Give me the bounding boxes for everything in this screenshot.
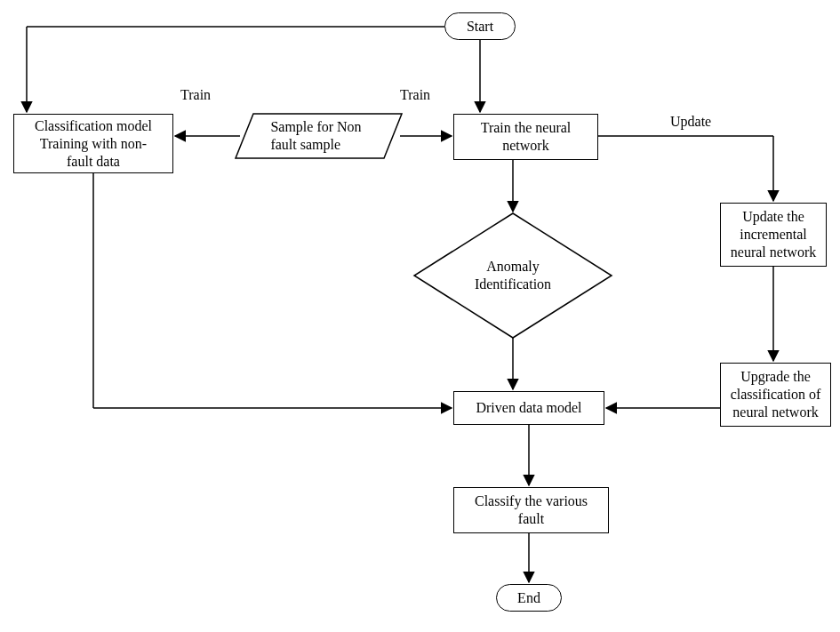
edge-label-train-right: Train <box>400 87 430 103</box>
classify-fault-label: Classify the various fault <box>475 492 588 528</box>
update-incremental-nn-label: Update the incremental neural network <box>731 208 816 261</box>
edge-label-train-left: Train <box>180 87 211 103</box>
driven-data-model-process: Driven data model <box>453 391 604 425</box>
classification-model-label: Classification model Training with non- … <box>35 117 152 171</box>
sample-nonfault-io: Sample for Non fault sample <box>236 114 402 158</box>
end-terminal: End <box>496 584 562 612</box>
start-label: Start <box>467 18 493 36</box>
sample-nonfault-label: Sample for Non fault sample <box>270 118 361 154</box>
anomaly-decision: Anomaly Identification <box>414 213 612 338</box>
edge-label-update: Update <box>670 114 711 130</box>
train-nn-label: Train the neural network <box>481 119 572 155</box>
start-terminal: Start <box>444 12 516 40</box>
anomaly-label: Anomaly Identification <box>475 258 551 293</box>
upgrade-classification-process: Upgrade the classification of neural net… <box>720 363 831 427</box>
classify-fault-process: Classify the various fault <box>453 487 609 533</box>
classification-model-process: Classification model Training with non- … <box>13 114 173 173</box>
train-nn-process: Train the neural network <box>453 114 598 160</box>
driven-data-model-label: Driven data model <box>476 399 581 417</box>
update-incremental-nn-process: Update the incremental neural network <box>720 203 827 267</box>
upgrade-classification-label: Upgrade the classification of neural net… <box>731 368 821 421</box>
end-label: End <box>517 589 540 607</box>
